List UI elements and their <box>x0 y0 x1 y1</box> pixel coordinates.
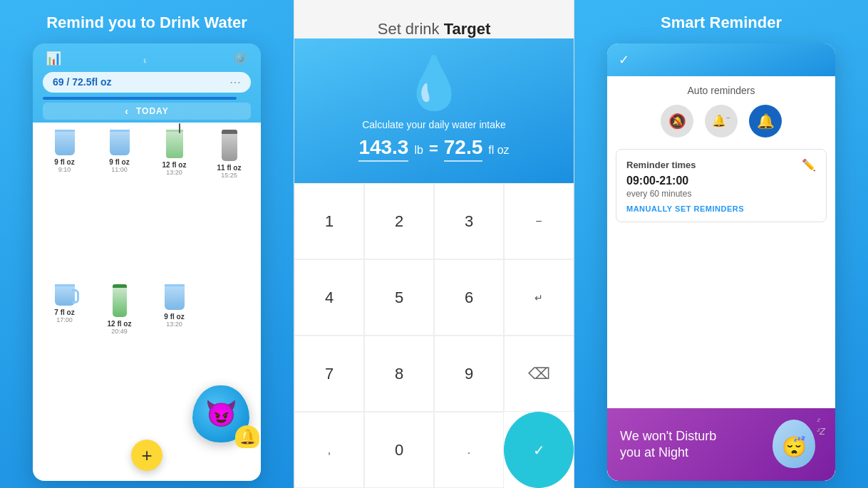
panel3-title: Smart Reminder <box>661 13 782 33</box>
reminder-time: 09:00-21:00 <box>626 175 816 187</box>
today-label: TODAY <box>136 106 169 116</box>
weight-unit: lb <box>414 144 423 157</box>
numpad-5[interactable]: 5 <box>364 259 434 336</box>
numpad-1[interactable]: 1 <box>294 183 364 259</box>
result-value: 72.5 <box>444 136 483 162</box>
back-arrow[interactable]: ‹ <box>125 105 129 117</box>
numpad-4[interactable]: 4 <box>294 259 364 336</box>
bell-minus-btn[interactable]: 🔔− <box>705 105 738 137</box>
numpad-0[interactable]: 0 <box>364 412 434 488</box>
cup-blue <box>55 130 75 155</box>
night-text: We won't Disturb you at Night <box>620 428 773 462</box>
progress-menu[interactable]: ⋯ <box>229 76 241 89</box>
numpad-6[interactable]: 6 <box>434 259 504 336</box>
reminder-card-title: Reminder times <box>626 160 696 170</box>
drop-icon[interactable]: 💧 <box>139 51 155 66</box>
progress-bar-fill <box>43 97 237 100</box>
calc-label: Calculate your daily water intake <box>362 119 506 130</box>
drink-time: 13:20 <box>166 169 182 176</box>
drink-item[interactable]: 7 fl oz 17:00 <box>38 284 91 438</box>
drink-time: 13:20 <box>166 321 182 328</box>
add-drink-fab[interactable]: + <box>131 440 162 471</box>
panel-remind: Remind you to Drink Water 📊 💧 ⚙️ 69 / 72… <box>0 0 294 488</box>
numpad-comma[interactable]: , <box>294 412 364 488</box>
edit-icon[interactable]: ✏️ <box>802 158 816 172</box>
panel-target: Set drink Target 💧 Calculate your daily … <box>294 0 574 488</box>
target-top: 💧 Calculate your daily water intake 143.… <box>294 38 574 183</box>
app-header: 📊 💧 ⚙️ <box>33 43 261 71</box>
drink-amount: 9 fl oz <box>164 313 184 321</box>
calc-formula: 143.3 lb = 72.5 fl oz <box>358 136 509 162</box>
progress-text: 69 / 72.5fl oz <box>53 76 111 88</box>
reminder-header: ✓ <box>607 43 835 76</box>
numpad-8[interactable]: 8 <box>364 336 434 412</box>
panel2-title-area: Set drink Target <box>294 0 574 38</box>
drink-amount: 11 fl oz <box>217 164 242 172</box>
panel2-title: Set drink Target <box>301 13 567 38</box>
cup-mug <box>55 284 75 306</box>
bell-on-icon: 🔔 <box>757 113 775 130</box>
date-nav[interactable]: ‹ TODAY <box>43 103 251 120</box>
numpad-confirm[interactable]: ✓ <box>504 412 574 488</box>
drink-amount: 9 fl oz <box>54 158 74 166</box>
reminder-screen: ✓ Auto reminders 🔕 🔔− 🔔 Reminder times ✏… <box>607 43 835 481</box>
cup-green-bottle <box>113 284 127 317</box>
settings-icon[interactable]: ⚙️ <box>232 51 248 66</box>
bell-on-btn[interactable]: 🔔 <box>749 105 782 137</box>
night-banner: We won't Disturb you at Night 😴 ᶻᶻZ <box>607 408 835 481</box>
reminder-card: Reminder times ✏️ 09:00-21:00 every 60 m… <box>616 149 827 222</box>
progress-bar: 69 / 72.5fl oz ⋯ <box>43 72 251 93</box>
numpad-minus[interactable]: − <box>504 183 574 259</box>
numpad-9[interactable]: 9 <box>434 336 504 412</box>
equals-sign: = <box>429 140 438 158</box>
drink-amount: 12 fl oz <box>108 320 132 328</box>
numpad-7[interactable]: 7 <box>294 336 364 412</box>
bell-mascot: 🔔 <box>235 425 259 448</box>
drink-item[interactable]: 11 fl oz 15:25 <box>203 130 255 282</box>
panel1-title: Remind you to Drink Water <box>46 13 247 33</box>
numpad-dot[interactable]: . <box>434 412 504 488</box>
numpad-2[interactable]: 2 <box>364 183 434 259</box>
drink-time: 17:00 <box>56 316 73 323</box>
sleeping-drop: 😴 <box>773 420 815 468</box>
drink-time: 11:00 <box>111 166 128 173</box>
drink-item[interactable]: 12 fl oz 13:20 <box>148 130 200 282</box>
zzz-text: ᶻᶻZ <box>816 417 825 437</box>
drink-amount: 12 fl oz <box>162 161 187 169</box>
app-screen-1: 📊 💧 ⚙️ 69 / 72.5fl oz ⋯ ‹ TODAY 9 fl oz … <box>33 43 261 481</box>
bell-off-btn[interactable]: 🔕 <box>661 105 693 137</box>
auto-reminder-label: Auto reminders <box>607 76 835 102</box>
cup-blue <box>165 284 185 310</box>
reminder-body: Auto reminders 🔕 🔔− 🔔 Reminder times ✏️ … <box>607 76 835 481</box>
cup-bottle <box>222 130 237 161</box>
mascot-overlay: 😈 🔔 <box>192 385 249 442</box>
drink-item[interactable]: 9 fl oz 11:00 <box>93 130 145 282</box>
drink-item[interactable]: 12 fl oz 20:49 <box>93 284 145 438</box>
check-icon: ✓ <box>619 52 629 68</box>
numpad-backspace[interactable]: ⌫ <box>504 336 574 412</box>
drink-time: 15:25 <box>221 172 237 179</box>
bell-minus-icon: 🔔− <box>712 114 730 128</box>
result-unit: fl oz <box>488 144 509 157</box>
reminder-icons-row: 🔕 🔔− 🔔 <box>607 102 835 146</box>
water-mascot: 😈 🔔 <box>192 385 249 442</box>
numpad: 1 2 3 − 4 5 6 ↵ 7 8 9 ⌫ , 0 . ✓ <box>294 183 574 488</box>
drink-amount: 7 fl oz <box>54 308 74 316</box>
manual-reminder-btn[interactable]: MANUALLY SET REMINDERS <box>626 204 816 213</box>
bell-off-icon: 🔕 <box>668 113 686 130</box>
reminder-freq: every 60 minutes <box>626 189 816 199</box>
water-drop-mascot: 💧 <box>402 53 466 113</box>
panel-reminder: Smart Reminder ✓ Auto reminders 🔕 🔔− 🔔 <box>574 0 868 488</box>
sleep-mascot: 😴 ᶻᶻZ <box>773 420 822 469</box>
drink-time: 9:10 <box>58 166 71 173</box>
chart-icon[interactable]: 📊 <box>46 51 61 66</box>
drink-item[interactable]: 9 fl oz 9:10 <box>38 130 91 282</box>
reminder-card-header: Reminder times ✏️ <box>626 158 816 172</box>
cup-straw <box>166 130 183 158</box>
drink-amount: 9 fl oz <box>109 158 129 166</box>
cup-blue <box>110 130 130 155</box>
numpad-3[interactable]: 3 <box>434 183 504 259</box>
numpad-enter[interactable]: ↵ <box>504 259 574 336</box>
weight-value: 143.3 <box>358 136 408 162</box>
drink-time: 20:49 <box>111 328 128 335</box>
